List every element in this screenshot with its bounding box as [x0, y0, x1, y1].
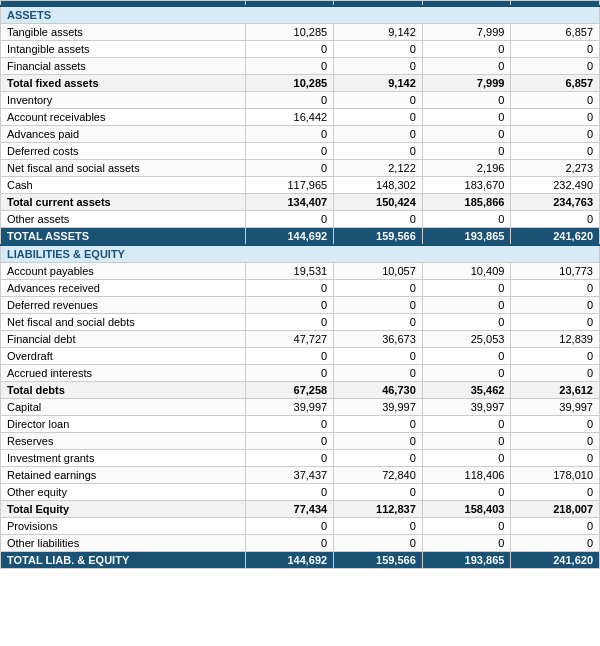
row-label: Net fiscal and social assets: [1, 160, 246, 177]
row-value: 0: [334, 92, 423, 109]
row-value: 0: [334, 211, 423, 228]
table-row: Retained earnings37,43772,840118,406178,…: [1, 467, 600, 484]
row-label: Total fixed assets: [1, 75, 246, 92]
row-value: 0: [422, 348, 511, 365]
row-value: 0: [245, 484, 334, 501]
row-value: 0: [245, 143, 334, 160]
row-value: 6,857: [511, 24, 600, 41]
row-value: 118,406: [422, 467, 511, 484]
table-row: Investment grants0000: [1, 450, 600, 467]
table-row: Deferred revenues0000: [1, 297, 600, 314]
row-value: 148,302: [334, 177, 423, 194]
grand-total-value: 144,692: [245, 228, 334, 246]
row-value: 183,670: [422, 177, 511, 194]
table-row: Total debts67,25846,73035,46223,612: [1, 382, 600, 399]
table-row: Provisions0000: [1, 518, 600, 535]
row-value: 0: [422, 314, 511, 331]
grand-total-value: 159,566: [334, 228, 423, 246]
row-value: 0: [422, 518, 511, 535]
row-label: Total current assets: [1, 194, 246, 211]
row-label: Inventory: [1, 92, 246, 109]
table-row: Overdraft0000: [1, 348, 600, 365]
row-label: Other equity: [1, 484, 246, 501]
table-row: Tangible assets10,2859,1427,9996,857: [1, 24, 600, 41]
row-value: 72,840: [334, 467, 423, 484]
row-value: 185,866: [422, 194, 511, 211]
row-value: 0: [334, 143, 423, 160]
table-row: Net fiscal and social debts0000: [1, 314, 600, 331]
row-value: 232,490: [511, 177, 600, 194]
table-row: Total fixed assets10,2859,1427,9996,857: [1, 75, 600, 92]
row-label: Director loan: [1, 416, 246, 433]
row-value: 0: [422, 41, 511, 58]
row-value: 0: [422, 484, 511, 501]
table-row: Financial assets0000: [1, 58, 600, 75]
row-label: Intangible assets: [1, 41, 246, 58]
row-label: Provisions: [1, 518, 246, 535]
row-value: 39,997: [422, 399, 511, 416]
row-label: Other liabilities: [1, 535, 246, 552]
row-value: 0: [511, 348, 600, 365]
row-label: Overdraft: [1, 348, 246, 365]
table-row: Intangible assets0000: [1, 41, 600, 58]
row-value: 0: [334, 535, 423, 552]
row-value: 0: [511, 416, 600, 433]
row-value: 0: [422, 109, 511, 126]
row-label: Other assets: [1, 211, 246, 228]
row-value: 0: [334, 126, 423, 143]
table-row: Net fiscal and social assets02,1222,1962…: [1, 160, 600, 177]
row-label: Reserves: [1, 433, 246, 450]
grand-total-row-1: TOTAL LIAB. & EQUITY144,692159,566193,86…: [1, 552, 600, 569]
row-value: 0: [334, 348, 423, 365]
row-value: 47,727: [245, 331, 334, 348]
row-value: 0: [422, 92, 511, 109]
row-value: 7,999: [422, 24, 511, 41]
table-row: Total Equity77,434112,837158,403218,007: [1, 501, 600, 518]
row-label: Investment grants: [1, 450, 246, 467]
row-value: 0: [334, 109, 423, 126]
table-row: Inventory0000: [1, 92, 600, 109]
row-value: 10,057: [334, 263, 423, 280]
row-value: 0: [334, 416, 423, 433]
row-value: 0: [422, 211, 511, 228]
row-value: 6,857: [511, 75, 600, 92]
table-row: Financial debt47,72736,67325,05312,839: [1, 331, 600, 348]
row-value: 9,142: [334, 24, 423, 41]
row-value: 25,053: [422, 331, 511, 348]
row-value: 0: [511, 297, 600, 314]
table-row: Accrued interests0000: [1, 365, 600, 382]
row-value: 10,773: [511, 263, 600, 280]
table-row: Advances paid0000: [1, 126, 600, 143]
row-value: 0: [511, 280, 600, 297]
row-label: Account receivables: [1, 109, 246, 126]
row-value: 0: [422, 433, 511, 450]
table-row: Reserves0000: [1, 433, 600, 450]
row-label: Financial assets: [1, 58, 246, 75]
table-row: Other assets0000: [1, 211, 600, 228]
row-value: 12,839: [511, 331, 600, 348]
row-value: 0: [511, 450, 600, 467]
row-value: 10,285: [245, 24, 334, 41]
row-value: 0: [245, 535, 334, 552]
grand-total-value: 193,865: [422, 228, 511, 246]
row-value: 39,997: [511, 399, 600, 416]
row-value: 0: [334, 484, 423, 501]
row-value: 46,730: [334, 382, 423, 399]
row-label: Accrued interests: [1, 365, 246, 382]
row-value: 0: [422, 535, 511, 552]
row-value: 0: [245, 518, 334, 535]
row-value: 10,285: [245, 75, 334, 92]
row-value: 0: [511, 92, 600, 109]
row-value: 0: [245, 314, 334, 331]
row-value: 0: [334, 297, 423, 314]
row-value: 77,434: [245, 501, 334, 518]
row-value: 2,273: [511, 160, 600, 177]
row-value: 218,007: [511, 501, 600, 518]
table-row: Director loan0000: [1, 416, 600, 433]
row-value: 0: [245, 58, 334, 75]
row-label: Retained earnings: [1, 467, 246, 484]
grand-total-label: TOTAL LIAB. & EQUITY: [1, 552, 246, 569]
row-value: 0: [422, 416, 511, 433]
row-value: 0: [245, 211, 334, 228]
row-value: 150,424: [334, 194, 423, 211]
